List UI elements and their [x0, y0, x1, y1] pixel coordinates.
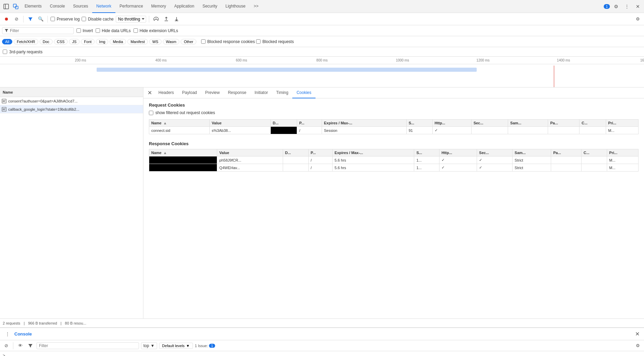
- response-cookie-row-1[interactable]: ph58J9fCR... / 5.6 hrs 1... ✓ ✓ Strict M…: [149, 156, 639, 164]
- hide-data-urls-label[interactable]: Hide data URLs: [96, 28, 131, 33]
- resp-col-s: S...: [414, 149, 439, 156]
- preserve-log-label[interactable]: Preserve log: [51, 17, 80, 22]
- console-clear-icon[interactable]: ⊘: [2, 342, 10, 350]
- request-cookie-row-1[interactable]: connect.sid s%3Ab38... / Session 91 ✓ M.…: [149, 127, 639, 134]
- detail-tab-payload[interactable]: Payload: [178, 87, 201, 98]
- type-btn-doc[interactable]: Doc: [40, 39, 53, 44]
- filter-icon[interactable]: [26, 15, 34, 23]
- blocked-response-label[interactable]: Blocked response cookies: [201, 39, 255, 44]
- console-eye-icon[interactable]: 👁: [16, 342, 24, 350]
- detail-tab-headers[interactable]: Headers: [154, 87, 178, 98]
- console-divider: [13, 342, 13, 349]
- response-cookies-table: Name ▲ Value D... P... Expires / Max-...…: [149, 149, 639, 172]
- console-close-button[interactable]: ✕: [633, 330, 641, 338]
- console-prompt-icon: >: [3, 353, 5, 356]
- blocked-response-checkbox[interactable]: [201, 39, 206, 44]
- dock-icon[interactable]: [1, 2, 11, 11]
- type-btn-js[interactable]: JS: [69, 39, 80, 44]
- detail-tab-preview[interactable]: Preview: [201, 87, 224, 98]
- hide-ext-urls-checkbox[interactable]: [134, 28, 138, 33]
- upload-icon[interactable]: [162, 15, 170, 23]
- disable-cache-label[interactable]: Disable cache: [82, 17, 113, 22]
- request-count: 2 requests: [3, 321, 20, 325]
- tab-more[interactable]: >>: [250, 0, 263, 13]
- timeline-area[interactable]: 200 ms400 ms600 ms800 ms1000 ms1200 ms14…: [0, 57, 644, 87]
- type-btn-fetch[interactable]: Fetch/XHR: [14, 39, 38, 44]
- default-levels-button[interactable]: Default levels ▼: [159, 343, 193, 349]
- type-btn-other[interactable]: Other: [181, 39, 196, 44]
- console-filter-icon[interactable]: [26, 342, 34, 350]
- more-options-icon[interactable]: ⋮: [622, 2, 632, 11]
- inspect-icon[interactable]: [11, 2, 20, 11]
- timeline-tick-200ms: 200 ms: [75, 58, 86, 62]
- resp-col-expires: Expires / Max-...: [332, 149, 414, 156]
- issue-count-badge: 1: [209, 344, 215, 348]
- tab-network[interactable]: Network: [92, 0, 115, 13]
- req-cookie-s: 91: [406, 127, 432, 134]
- type-btn-all[interactable]: All: [2, 39, 12, 44]
- resp-col-pa: Pa...: [551, 149, 582, 156]
- tab-security[interactable]: Security: [198, 0, 221, 13]
- req-cookie-c: [579, 127, 606, 134]
- detail-tab-timing[interactable]: Timing: [272, 87, 293, 98]
- tab-sources[interactable]: Sources: [69, 0, 92, 13]
- tab-lighthouse[interactable]: Lighthouse: [221, 0, 250, 13]
- detail-tab-initiator[interactable]: Initiator: [250, 87, 272, 98]
- type-filter-row: All Fetch/XHR Doc CSS JS Font Img Media …: [0, 36, 644, 47]
- tab-elements[interactable]: Elements: [20, 0, 46, 13]
- type-btn-wasm[interactable]: Wasm: [163, 39, 180, 44]
- filter-row: Invert Hide data URLs Hide extension URL…: [0, 25, 644, 36]
- request-item-2[interactable]: callback_google_login?state=19bdcd6b2...: [0, 105, 143, 113]
- resp-cookie-p-2: /: [308, 164, 332, 172]
- throttle-select[interactable]: No throttling: [116, 16, 146, 23]
- clear-icon[interactable]: ⊘: [12, 15, 20, 23]
- type-btn-img[interactable]: Img: [96, 39, 108, 44]
- console-context-selector[interactable]: top ▼: [141, 342, 157, 349]
- tab-application[interactable]: Application: [170, 0, 198, 13]
- resp-cookie-sam-2: Strict: [513, 164, 551, 172]
- invert-checkbox[interactable]: [76, 28, 81, 33]
- type-btn-manifest[interactable]: Manifest: [127, 39, 148, 44]
- blocked-requests-checkbox[interactable]: [256, 39, 261, 44]
- resp-cookie-expires-1: 5.6 hrs: [332, 156, 414, 164]
- search-icon[interactable]: 🔍: [37, 15, 45, 23]
- resp-cookie-pa-1: [551, 156, 582, 164]
- response-cookie-row-2[interactable]: Q4WEHav... / 5.6 hrs 1... ✓ ✓ Strict M..…: [149, 164, 639, 172]
- invert-label[interactable]: Invert: [76, 28, 93, 33]
- blocked-requests-label[interactable]: Blocked requests: [256, 39, 294, 44]
- resp-cookie-s-2: 1...: [414, 164, 439, 172]
- network-settings-icon[interactable]: ⚙: [634, 15, 642, 23]
- console-filter-input[interactable]: [39, 343, 100, 348]
- hide-data-urls-checkbox[interactable]: [96, 28, 100, 33]
- download-icon[interactable]: [172, 15, 181, 23]
- disable-cache-checkbox[interactable]: [82, 17, 86, 21]
- close-devtools-icon[interactable]: ✕: [633, 2, 643, 11]
- resp-cookie-http-2: ✓: [439, 164, 477, 172]
- type-btn-ws[interactable]: WS: [149, 39, 162, 44]
- type-btn-css[interactable]: CSS: [54, 39, 68, 44]
- detail-tab-response[interactable]: Response: [224, 87, 250, 98]
- type-btn-media[interactable]: Media: [110, 39, 126, 44]
- tab-performance[interactable]: Performance: [115, 0, 147, 13]
- main-tabs-list: Elements Console Sources Network Perform…: [20, 0, 604, 13]
- detail-tab-cookies[interactable]: Cookies: [292, 87, 315, 98]
- console-settings-icon[interactable]: ⚙: [634, 342, 642, 350]
- request-item-1[interactable]: consent?authuser=0&part=AJi8hAOcd7...: [0, 97, 143, 105]
- resp-col-p: P...: [308, 149, 332, 156]
- console-menu-icon[interactable]: ⋮: [3, 329, 12, 339]
- show-filtered-checkbox[interactable]: [149, 111, 153, 115]
- req-cookie-pri: M...: [606, 127, 638, 134]
- filter-input[interactable]: [10, 28, 71, 33]
- detail-close-button[interactable]: ✕: [145, 88, 154, 98]
- preserve-log-checkbox[interactable]: [51, 17, 55, 21]
- record-stop-icon[interactable]: ⏺: [2, 15, 10, 23]
- settings-gear-icon[interactable]: ⚙: [611, 2, 621, 11]
- toolbar-divider-2: [47, 16, 48, 23]
- hide-ext-urls-label[interactable]: Hide extension URLs: [134, 28, 178, 33]
- tab-memory[interactable]: Memory: [147, 0, 170, 13]
- network-toolbar: ⏺ ⊘ 🔍 Preserve log Disable cache No thro…: [0, 13, 644, 25]
- network-conditions-icon[interactable]: [152, 15, 160, 23]
- type-btn-font[interactable]: Font: [81, 39, 95, 44]
- third-party-checkbox[interactable]: [3, 50, 7, 54]
- tab-console[interactable]: Console: [46, 0, 69, 13]
